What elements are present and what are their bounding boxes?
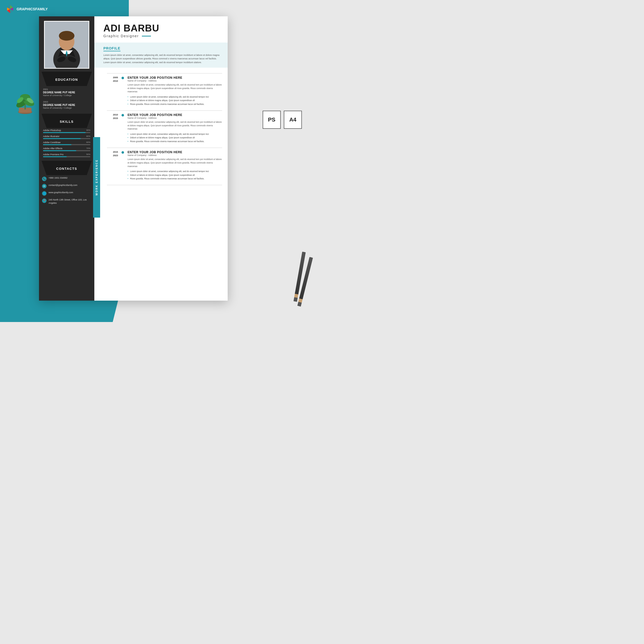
skill-percent: 80% <box>86 135 90 138</box>
profile-label: PROFILE <box>103 46 120 51</box>
skill-item: Adobe Coreldraw 60% <box>39 140 94 146</box>
contact-item: 📞 +880 1931 034992 <box>39 175 94 182</box>
work-bullet: Rices gravida. Risus commodo viverra mae… <box>128 102 222 106</box>
edu-school-1: Name of Univercity / College <box>43 94 90 97</box>
work-bullet: Didunt ut labore et dolore magna aliqua.… <box>128 173 222 177</box>
edu-school-2: Name of Univercity / College <box>43 107 90 109</box>
skill-percent: 70% <box>86 147 90 150</box>
skill-percent: 60% <box>86 141 90 144</box>
skill-bar-fill <box>43 150 76 151</box>
work-bullet: Didunt ut labore et dolore magna aliqua.… <box>128 99 222 102</box>
skill-item: Adobe Photoshop 90% <box>39 128 94 134</box>
work-item: 20102015 ENTER YOUR JOB POSITION HERE Na… <box>107 113 222 148</box>
resume-sidebar: EDUCATION 2001 DEGREE NAME PUT HERE Name… <box>39 16 94 301</box>
title-row: Graphic Designer <box>103 34 221 38</box>
contacts-title: CONTACTS <box>42 163 92 173</box>
work-item: 20152023 ENTER YOUR JOB POSITION HERE Na… <box>107 150 222 185</box>
edu-item-2: 2003 DEGREE NAME PUT HERE Name of Univer… <box>39 99 94 111</box>
work-description: Lorem ipsum dolor sit amet, consectetur … <box>128 83 222 94</box>
person-name: ADI BARBU <box>103 23 221 33</box>
contacts-list: 📞 +880 1931 034992 ✉ contact@graphicsfam… <box>39 175 94 206</box>
svg-point-20 <box>59 31 74 41</box>
education-header: EDUCATION <box>42 72 92 86</box>
skill-item: Adobe Premiere Pro 50% <box>39 152 94 158</box>
work-experience-label: WORK EXPERIENCE <box>93 137 100 218</box>
work-divider <box>107 148 222 148</box>
title-accent-line <box>142 36 151 36</box>
skill-item: Adobe After Effects 70% <box>39 146 94 152</box>
work-bullet: Lorem ipsum dolor sit amet, consectetur … <box>128 132 222 136</box>
work-dot-col <box>122 113 124 143</box>
work-dot <box>122 77 124 79</box>
work-company: Name of Company - Address <box>128 79 222 82</box>
skill-bar-bg <box>43 138 90 139</box>
person-title: Graphic Designer <box>103 34 139 38</box>
contact-item: ✉ contact@graphicsfamily.com <box>39 182 94 190</box>
skill-bar-bg <box>43 144 90 145</box>
skill-bar-bg <box>43 150 90 151</box>
work-experience-area: 20052010 ENTER YOUR JOB POSITION HERE Na… <box>94 68 228 185</box>
work-position: ENTER YOUR JOB POSITION HERE <box>128 76 222 79</box>
contact-item: 🌐 www.graphicsfamily.com <box>39 190 94 197</box>
skill-bar-fill <box>43 156 67 157</box>
work-company: Name of Company - Address <box>128 117 222 119</box>
work-experience-text: WORK EXPERIENCE <box>95 159 98 195</box>
edu-item-1: 2001 DEGREE NAME PUT HERE Name of Univer… <box>39 86 94 99</box>
profile-text: Lorem ipsum dolor sit amet, consectetur … <box>103 53 221 64</box>
profile-photo <box>44 21 89 69</box>
skill-name: Adobe Illustrator <box>43 135 60 138</box>
plant-decoration <box>10 86 40 116</box>
main-content: ADI BARBU Graphic Designer PROFILE Lorem… <box>94 16 228 301</box>
work-divider <box>107 110 222 111</box>
work-dot <box>122 114 124 116</box>
work-item: 20052010 ENTER YOUR JOB POSITION HERE Na… <box>107 76 222 111</box>
skill-name: Adobe Coreldraw <box>43 141 61 144</box>
skill-bar-fill <box>43 138 81 139</box>
contacts-header: CONTACTS <box>42 161 92 175</box>
edu-degree-1: DEGREE NAME PUT HERE <box>43 91 90 94</box>
edu-degree-2: DEGREE NAME PUT HERE <box>43 104 90 106</box>
contact-icon: 📍 <box>42 198 47 203</box>
edu-year-2: 2003 <box>43 101 90 103</box>
skill-bar-bg <box>43 132 90 133</box>
ps-badge: PS <box>263 111 281 129</box>
work-years: 20052010 <box>107 76 118 106</box>
work-bullet: Rices gravida. Risus commodo viverra mae… <box>128 140 222 143</box>
contact-text: +880 1931 034992 <box>49 176 67 180</box>
skill-item: Adobe Illustrator 80% <box>39 134 94 140</box>
contact-text: contact@graphicsfamily.com <box>49 184 77 187</box>
work-years: 20152023 <box>107 150 118 180</box>
work-bullet: Didunt ut labore et dolore magna aliqua.… <box>128 136 222 139</box>
education-title: EDUCATION <box>42 74 92 84</box>
pencils-decoration <box>298 252 307 307</box>
work-position: ENTER YOUR JOB POSITION HERE <box>128 113 222 117</box>
contact-text: 245 North 13th Street, Office 103, Los A… <box>49 198 91 205</box>
work-body: ENTER YOUR JOB POSITION HERE Name of Com… <box>128 113 222 143</box>
skills-header: SKILLS <box>42 114 92 128</box>
work-description: Lorem ipsum dolor sit amet, consectetur … <box>128 158 222 168</box>
skill-bar-fill <box>43 132 86 133</box>
software-badges: PS A4 <box>263 111 302 129</box>
skills-list: Adobe Photoshop 90% Adobe Illustrator 80… <box>39 128 94 158</box>
work-dot-col <box>122 76 124 106</box>
work-dot <box>122 151 124 154</box>
contact-icon: ✉ <box>42 184 47 188</box>
skill-bar-bg <box>43 156 90 157</box>
work-bullet: Lorem ipsum dolor sit amet, consectetur … <box>128 95 222 99</box>
contact-icon: 🌐 <box>42 191 47 196</box>
resume-card: EDUCATION 2001 DEGREE NAME PUT HERE Name… <box>39 16 228 301</box>
contact-icon: 📞 <box>42 177 47 181</box>
work-body: ENTER YOUR JOB POSITION HERE Name of Com… <box>128 76 222 106</box>
a4-badge: A4 <box>284 111 302 129</box>
profile-section: PROFILE Lorem ipsum dolor sit amet, cons… <box>94 43 228 68</box>
contact-item: 📍 245 North 13th Street, Office 103, Los… <box>39 197 94 206</box>
skill-name: Adobe Premiere Pro <box>43 153 64 156</box>
work-items: 20052010 ENTER YOUR JOB POSITION HERE Na… <box>107 76 222 185</box>
skill-percent: 90% <box>86 129 90 132</box>
logo-icon <box>6 5 15 14</box>
work-description: Lorem ipsum dolor sit amet, consectetur … <box>128 120 222 131</box>
work-company: Name of Company - Address <box>128 154 222 156</box>
work-bullet: Lorem ipsum dolor sit amet, consectetur … <box>128 170 222 173</box>
skill-bar-fill <box>43 144 71 145</box>
skill-name: Adobe After Effects <box>43 147 62 150</box>
